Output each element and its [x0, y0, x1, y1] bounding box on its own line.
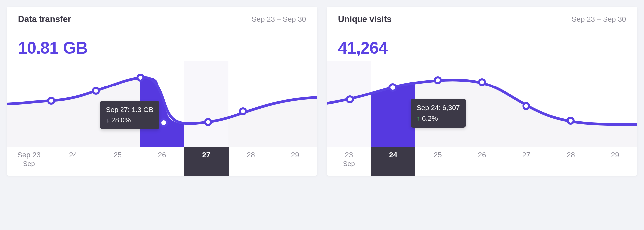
tooltip-line1: Sep 24: 6,307	[417, 103, 460, 112]
svg-point-7	[205, 119, 211, 125]
xaxis-tick[interactable]: 27	[504, 147, 549, 176]
xaxis-tick[interactable]: 29	[273, 147, 317, 176]
xaxis-day: Sep 23	[17, 151, 40, 159]
card-data-transfer: Data transfer Sep 23 – Sep 30 10.81 GB	[7, 7, 317, 176]
xaxis-day: 29	[611, 151, 619, 159]
svg-rect-0	[184, 61, 228, 147]
arrow-up-icon: ↑	[417, 115, 420, 121]
line-chart-svg	[327, 61, 637, 147]
xaxis-tick[interactable]: 28	[229, 147, 273, 176]
line-chart-svg	[7, 61, 317, 147]
xaxis-tick[interactable]: 25	[415, 147, 460, 176]
svg-point-14	[435, 77, 441, 83]
xaxis-day: 24	[389, 151, 397, 159]
date-range: Sep 23 – Sep 30	[572, 15, 626, 24]
tooltip-line2: ↓ 28.0%	[106, 115, 154, 125]
xaxis-day: 26	[478, 151, 486, 159]
x-axis: Sep 23 Sep 24 25 26 27 28 29	[7, 147, 317, 176]
chart-tooltip: Sep 24: 6,307 ↑ 6.2%	[411, 99, 466, 128]
svg-point-6	[160, 119, 167, 126]
xaxis-day: 28	[247, 151, 255, 159]
svg-point-15	[479, 79, 485, 85]
tooltip-pct: 6.2%	[422, 113, 438, 123]
svg-point-12	[347, 96, 353, 102]
chart-tooltip: Sep 27: 1.3 GB ↓ 28.0%	[100, 101, 160, 130]
xaxis-tick[interactable]: 26	[140, 147, 184, 176]
card-body: 10.81 GB	[7, 31, 317, 176]
xaxis-day: 25	[434, 151, 442, 159]
xaxis-day: 25	[114, 151, 121, 159]
xaxis-day: 29	[291, 151, 299, 159]
svg-point-4	[93, 88, 99, 94]
card-header: Unique visits Sep 23 – Sep 30	[327, 7, 637, 31]
metric-value: 41,264	[327, 38, 637, 61]
svg-point-8	[240, 108, 246, 114]
card-unique-visits: Unique visits Sep 23 – Sep 30 41,264	[327, 7, 637, 176]
xaxis-tick[interactable]: 25	[95, 147, 140, 176]
xaxis-day: 27	[202, 151, 210, 159]
xaxis-day: 28	[567, 151, 575, 159]
xaxis-tick[interactable]: 28	[549, 147, 593, 176]
xaxis-day: 23	[345, 151, 353, 159]
svg-rect-9	[327, 61, 371, 147]
xaxis-month: Sep	[23, 160, 35, 168]
tooltip-line2: ↑ 6.2%	[417, 113, 460, 123]
xaxis-tick[interactable]: 29	[593, 147, 637, 176]
svg-point-3	[48, 98, 54, 104]
xaxis-month: Sep	[343, 160, 355, 168]
metric-value: 10.81 GB	[7, 38, 317, 61]
card-title: Unique visits	[338, 14, 392, 24]
xaxis-tick[interactable]: 26	[460, 147, 504, 176]
chart-area[interactable]: Sep 27: 1.3 GB ↓ 28.0%	[7, 61, 317, 147]
svg-point-13	[389, 84, 396, 91]
xaxis-tick[interactable]: 24	[51, 147, 96, 176]
tooltip-line1: Sep 27: 1.3 GB	[106, 105, 154, 114]
card-header: Data transfer Sep 23 – Sep 30	[7, 7, 317, 31]
arrow-down-icon: ↓	[106, 117, 109, 123]
card-body: 41,264 Sep 24: 6,307	[327, 31, 637, 176]
xaxis-tick-selected[interactable]: 27	[184, 147, 229, 176]
chart-area[interactable]: Sep 24: 6,307 ↑ 6.2%	[327, 61, 637, 147]
svg-point-5	[137, 75, 143, 81]
xaxis-day: 26	[158, 151, 166, 159]
tooltip-pct: 28.0%	[111, 115, 131, 125]
xaxis-day: 27	[522, 151, 530, 159]
date-range: Sep 23 – Sep 30	[252, 15, 306, 24]
svg-point-17	[568, 118, 574, 124]
xaxis-day: 24	[69, 151, 77, 159]
x-axis: 23 Sep 24 25 26 27 28 29	[327, 147, 637, 176]
xaxis-tick[interactable]: Sep 23 Sep	[7, 147, 51, 176]
card-title: Data transfer	[18, 14, 71, 24]
xaxis-tick[interactable]: 23 Sep	[327, 147, 371, 176]
svg-point-16	[523, 103, 529, 109]
xaxis-tick-selected[interactable]: 24	[371, 147, 416, 176]
